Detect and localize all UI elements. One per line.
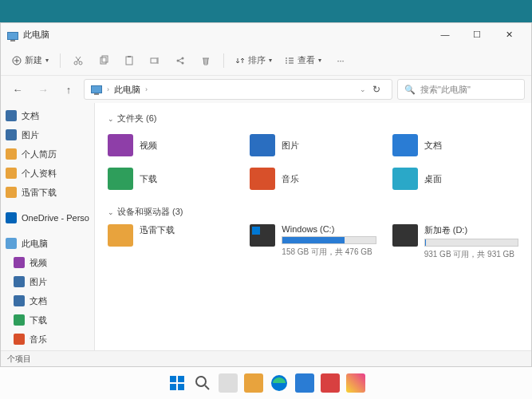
svg-rect-13 [170,384,176,390]
address-bar[interactable]: › 此电脑 › ⌄ ↻ [84,79,392,100]
svg-rect-3 [100,57,106,64]
svg-rect-14 [178,384,184,390]
sidebar-item[interactable]: 个人资料 [1,164,94,183]
refresh-button[interactable]: ↻ [372,84,380,95]
folder-label: 桌面 [424,173,442,185]
svg-rect-6 [128,56,131,57]
sidebar-item-label: 此电脑 [22,238,48,250]
chevron-down-icon: ⌄ [108,115,114,123]
search-icon: 🔍 [404,85,416,95]
taskbar[interactable] [0,367,532,399]
folder-item[interactable]: 视频 [108,131,234,160]
back-button[interactable]: ← [7,79,28,100]
drive-label: Windows (C:) [282,224,376,234]
sidebar-item-label: 音乐 [30,334,47,346]
drive-capacity-text: 931 GB 可用，共 931 GB [424,249,518,260]
drive-item[interactable]: 迅雷下载 [108,224,234,260]
folder-icon [108,168,133,190]
folders-group-header[interactable]: ⌄ 文件夹 (6) [108,113,518,124]
paste-button[interactable] [118,49,140,72]
this-pc-icon [7,29,18,40]
folder-icon [6,129,17,140]
svg-rect-11 [170,376,176,382]
folder-icon [6,148,17,160]
search-input[interactable]: 🔍 搜索"此电脑" [397,79,525,100]
folder-icon [6,110,17,121]
folder-icon [14,295,25,306]
sidebar-item[interactable]: 音乐 [1,330,94,349]
cut-button[interactable] [67,49,89,72]
folder-label: 图片 [282,140,299,152]
sidebar-item[interactable]: 视频 [1,253,94,272]
sidebar-item[interactable]: 图片 [1,272,94,291]
breadcrumb[interactable]: 此电脑 [114,84,140,96]
sidebar-item[interactable]: 此电脑 [1,234,94,253]
store-button[interactable] [295,373,314,393]
sidebar-item[interactable]: 文档 [1,291,94,310]
drive-item[interactable]: Windows (C:)158 GB 可用，共 476 GB [250,224,376,260]
minimize-button[interactable]: — [429,23,461,45]
sidebar-item-label: 图片 [22,129,39,141]
nav-pane[interactable]: 文档图片个人简历个人资料迅雷下载OneDrive - Perso此电脑视频图片文… [1,103,95,350]
copy-button[interactable] [93,49,115,72]
folder-item[interactable]: 图片 [250,131,376,160]
dropdown-icon[interactable]: ⌄ [360,85,366,93]
delete-button[interactable] [195,49,217,72]
toolbar: 新建 ▾ 排序 ▾ 查看 ▾ ··· [1,45,531,76]
drive-item[interactable]: 新加卷 (D:)931 GB 可用，共 931 GB [392,224,518,260]
folder-icon [250,134,275,156]
close-button[interactable]: ✕ [493,23,525,45]
capacity-bar [424,239,518,247]
window-title: 此电脑 [23,29,429,41]
capacity-bar [282,236,376,244]
new-button[interactable]: 新建 ▾ [7,49,53,72]
sidebar-item-label: 文档 [30,295,47,307]
sidebar-item[interactable]: OneDrive - Perso [1,208,94,227]
forward-button[interactable]: → [33,79,53,100]
edge-button[interactable] [270,373,289,393]
explorer-button[interactable] [244,373,263,393]
sidebar-item[interactable]: 下载 [1,310,94,330]
folder-icon [6,212,17,223]
svg-point-15 [196,377,206,386]
titlebar[interactable]: 此电脑 — ☐ ✕ [1,23,531,45]
sidebar-item-label: OneDrive - Perso [22,213,89,223]
share-button[interactable] [169,49,191,72]
taskbar-app[interactable] [321,373,340,393]
folder-item[interactable]: 文档 [392,131,518,160]
chevron-down-icon: ⌄ [108,208,114,216]
devices-group-header[interactable]: ⌄ 设备和驱动器 (3) [108,206,518,218]
sidebar-item[interactable]: 迅雷下载 [1,183,94,202]
view-button[interactable]: 查看 ▾ [280,49,326,72]
search-button[interactable] [193,373,212,393]
sidebar-item-label: 视频 [30,257,47,269]
sort-button[interactable]: 排序 ▾ [231,49,277,72]
maximize-button[interactable]: ☐ [461,23,493,45]
svg-rect-7 [151,58,157,63]
sidebar-item-label: 图片 [30,276,47,288]
folder-item[interactable]: 下载 [108,164,234,193]
folder-icon [392,168,418,190]
sidebar-item[interactable]: 文档 [1,106,94,125]
up-button[interactable]: ↑ [58,79,79,100]
more-button[interactable]: ··· [329,49,352,72]
folder-icon [108,134,133,156]
folder-label: 音乐 [282,173,299,185]
start-button[interactable] [167,373,187,393]
folder-item[interactable]: 音乐 [250,164,376,193]
taskbar-app[interactable] [346,373,365,393]
sidebar-item-label: 下载 [30,314,47,326]
folder-icon [14,276,25,287]
svg-rect-4 [102,56,108,62]
folder-item[interactable]: 桌面 [392,164,518,193]
sidebar-item[interactable]: 图片 [1,125,94,144]
address-bar-row: ← → ↑ › 此电脑 › ⌄ ↻ 🔍 搜索"此电脑" [1,76,531,103]
rename-button[interactable] [144,49,166,72]
drive-icon [392,224,418,247]
folder-icon [14,257,25,268]
taskview-button[interactable] [219,373,238,393]
drive-label: 新加卷 (D:) [424,224,518,236]
content-pane[interactable]: ⌄ 文件夹 (6) 视频图片文档下载音乐桌面 ⌄ 设备和驱动器 (3) 迅雷下载… [95,103,531,350]
explorer-window: 此电脑 — ☐ ✕ 新建 ▾ 排序 ▾ 查看 ▾ ··· [0,22,532,367]
sidebar-item[interactable]: 个人简历 [1,144,94,164]
